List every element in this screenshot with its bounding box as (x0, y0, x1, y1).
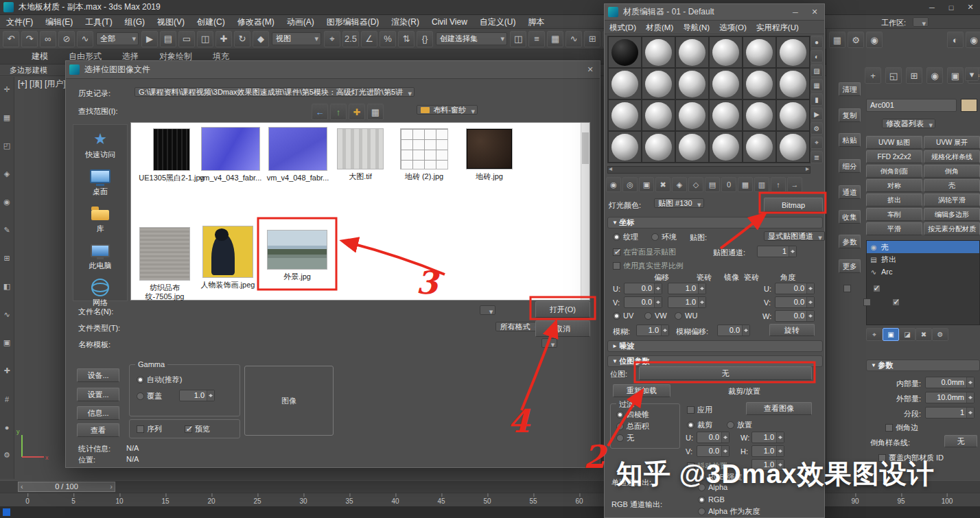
percent-snap-icon[interactable]: % (380, 31, 396, 47)
coordinates-rollout[interactable]: 坐标 (607, 217, 823, 228)
quick-button-paste[interactable]: 粘贴 (839, 133, 861, 147)
remove-modifier-icon[interactable]: ✖ (915, 328, 932, 341)
modifier-button-material-by-element[interactable]: 按元素分配材质 (924, 222, 980, 235)
material-sample-slot[interactable] (675, 131, 709, 163)
filter-pyramidal-radio[interactable]: 四棱锥 (616, 410, 649, 420)
sidebar-item-libraries[interactable]: 库 (90, 204, 110, 234)
crop-u-spinner[interactable]: 0.0 (697, 432, 730, 443)
rotate-button[interactable]: 旋转 (769, 324, 815, 336)
material-sample-slot[interactable] (743, 131, 776, 163)
offset-v-spinner[interactable]: 0.0 (624, 296, 662, 308)
select-by-material-icon[interactable]: ⌖ (810, 137, 823, 149)
filter-none-radio[interactable]: 无 (616, 433, 634, 443)
half-tool-icon[interactable]: ◧ (1, 281, 13, 292)
file-list-scrollbar[interactable] (581, 123, 590, 300)
sidebar-item-quick-access[interactable]: 快速访问 (85, 130, 115, 160)
object-name-field[interactable]: Arc001 (866, 99, 957, 112)
history-combo[interactable]: G:\课程资料\课程视频\3Dmax效果图速成班\课件\第5模块：高级灯光进阶\… (135, 87, 415, 97)
array-tool-icon[interactable]: ⊞ (1, 252, 13, 264)
material-sample-slot[interactable] (675, 99, 709, 131)
file-thumbnail[interactable] (202, 226, 253, 278)
make-unique-icon[interactable]: ◪ (899, 328, 915, 341)
quick-button-cleanup[interactable]: 清理 (839, 82, 861, 96)
up-one-level-icon[interactable]: ↑ (330, 104, 347, 120)
snaps-toggle-icon[interactable]: 2.5 (342, 31, 359, 47)
material-sample-slot[interactable] (642, 68, 675, 99)
uv-radio[interactable]: UV (613, 311, 633, 320)
shapes-tool-icon[interactable]: ◈ (1, 168, 13, 180)
apply-checkbox[interactable]: 应用 (687, 405, 712, 415)
redo-icon[interactable]: ↷ (21, 31, 38, 47)
stack-item-extrude[interactable]: ▤ 挤出 (867, 253, 979, 266)
mapping-combo[interactable]: 显式贴图通道 (764, 231, 825, 241)
gamma-value-spinner[interactable]: 1.0 (179, 390, 215, 401)
me-menu-material[interactable]: 材质(M) (641, 21, 678, 34)
material-map-navigator-icon[interactable]: ≣ (810, 151, 823, 163)
devices-button[interactable]: 设备... (77, 368, 119, 382)
parameters-rollout[interactable]: 参数 (866, 360, 980, 371)
modifier-button-smooth[interactable]: 平滑 (866, 222, 922, 235)
mirror-u-checkbox[interactable] (843, 285, 851, 292)
lookin-combo[interactable]: 布料-窗纱 (417, 105, 478, 115)
sphere-tool-icon[interactable]: ◉ (1, 196, 13, 208)
select-rotate-icon[interactable]: ↻ (234, 31, 250, 47)
file-name[interactable]: vm_v4_048_fabr... (261, 174, 334, 183)
tile-v-checkbox[interactable] (892, 298, 900, 306)
background-icon[interactable]: ▨ (810, 64, 823, 77)
quick-button-copy[interactable]: 复制 (839, 108, 861, 122)
real-world-scale-checkbox[interactable]: 使用真实世界比例 (613, 261, 684, 271)
workspace-combo[interactable] (913, 17, 929, 27)
spline-tool-icon[interactable]: ∿ (1, 309, 13, 320)
render-setup-icon[interactable]: ⚙ (848, 32, 864, 48)
menu-views[interactable]: 视图(V) (151, 15, 191, 28)
material-sample-slot[interactable] (608, 68, 642, 99)
put-material-to-scene-icon[interactable]: ◎ (622, 177, 638, 192)
file-thumbnail[interactable] (400, 128, 448, 169)
video-color-check-icon[interactable]: ▮ (810, 93, 823, 106)
show-map-in-viewport-icon[interactable]: ▦ (738, 177, 753, 192)
blur-offset-spinner[interactable]: 0.0 (717, 325, 750, 336)
material-sample-slot[interactable] (608, 36, 642, 68)
menu-graph-editors[interactable]: 图形编辑器(D) (320, 15, 386, 28)
stack-item-arc[interactable]: ∿ Arc (867, 266, 979, 278)
offset-u-spinner[interactable]: 0.0 (624, 283, 662, 294)
sidebar-item-desktop[interactable]: 桌面 (90, 167, 110, 197)
sample-uv-tiling-icon[interactable]: ▦ (810, 79, 823, 91)
file-name[interactable]: 人物装饰画.jpeg (197, 281, 259, 290)
menu-animation[interactable]: 动画(A) (281, 15, 320, 28)
quick-button-params[interactable]: 参数 (839, 235, 861, 248)
material-sample-slot[interactable] (642, 131, 675, 163)
point-tool-icon[interactable]: ● (1, 421, 13, 433)
settings-tool-icon[interactable]: ⚙ (1, 449, 13, 461)
rectangular-region-icon[interactable]: ▭ (178, 31, 195, 47)
outer-amount-spinner[interactable]: 10.0mm (925, 392, 975, 403)
menu-file[interactable]: 文件(F) (0, 15, 39, 28)
material-sample-slot[interactable] (743, 99, 776, 131)
file-name[interactable]: 大图.tif (330, 172, 390, 181)
selection-filter-combo[interactable]: 全部 (96, 32, 139, 45)
material-sample-slot[interactable] (675, 68, 709, 99)
stack-item-shell[interactable]: ◉ 壳 (867, 241, 979, 253)
timeline-ruler[interactable]: 0510152025303540455055606570758085909510… (0, 493, 980, 506)
gamma-auto-radio[interactable]: 自动(推荐) (137, 375, 182, 385)
tiling-v-spinner[interactable]: 1.0 (668, 296, 706, 308)
angle-v-spinner[interactable]: 0.0 (775, 296, 815, 308)
setup-button[interactable]: 设置... (77, 388, 119, 401)
material-sample-slot[interactable] (743, 68, 776, 99)
modifier-button-symmetry[interactable]: 对称 (866, 179, 922, 192)
make-material-copy-icon[interactable]: ◈ (672, 177, 687, 192)
inner-amount-spinner[interactable]: 0.0mm (925, 377, 975, 388)
menu-scripting[interactable]: 脚本 (522, 15, 550, 28)
bind-to-spacewarp-icon[interactable]: ∿ (77, 31, 93, 47)
modifier-icon[interactable]: ▤ (870, 256, 878, 263)
viewport-layout-icon[interactable]: ◰ (1, 140, 13, 152)
object-color-swatch[interactable] (961, 99, 977, 112)
make-preview-icon[interactable]: ▶ (810, 108, 823, 120)
bitmap-file-button[interactable]: 无 (639, 366, 812, 380)
bevel-edges-checkbox[interactable]: 倒角边 (885, 423, 918, 433)
rendered-frame-window-icon[interactable]: ◐ (947, 32, 964, 48)
curve-editor-icon[interactable]: ∿ (565, 31, 582, 47)
angle-snap-icon[interactable]: ∠ (361, 31, 377, 47)
go-forward-sibling-icon[interactable]: → (787, 177, 802, 192)
ribbon-tab-modeling[interactable]: 建模 (32, 51, 48, 62)
